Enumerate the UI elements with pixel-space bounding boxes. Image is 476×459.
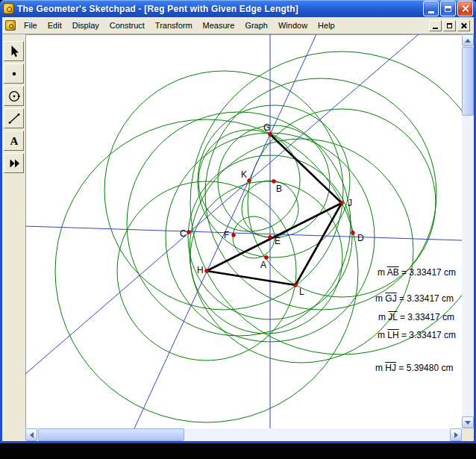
measurements-layer: m AB = 3.33417 cmm GJ = 3.33417 cmm JL =… [25, 34, 462, 428]
measurement-GJ[interactable]: m GJ = 3.33417 cm [375, 293, 454, 304]
mdi-controls [429, 20, 472, 31]
measurement-AB[interactable]: m AB = 3.33417 cm [378, 267, 456, 278]
menu-bar: FileEditDisplayConstructTransformMeasure… [2, 17, 474, 34]
arrow-left-icon [30, 432, 34, 438]
mdi-restore-icon [447, 23, 452, 28]
window-title: The Geometer's Sketchpad - [Reg Pent wit… [17, 4, 420, 14]
measurement-JL[interactable]: m JL = 3.33417 cm [378, 312, 454, 322]
svg-text:A: A [10, 135, 18, 147]
mdi-restore-button[interactable] [443, 20, 456, 31]
scrollbar-corner [462, 428, 474, 441]
title-bar: The Geometer's Sketchpad - [Reg Pent wit… [0, 0, 476, 17]
arrow-up-icon [465, 39, 471, 43]
measurement-LH[interactable]: m LH = 3.33417 cm [378, 330, 456, 340]
menu-item-edit[interactable]: Edit [43, 18, 67, 33]
minimize-button[interactable] [423, 1, 439, 16]
horizontal-scroll-thumb[interactable] [38, 428, 184, 441]
app-window: The Geometer's Sketchpad - [Reg Pent wit… [0, 0, 476, 443]
compass-tool[interactable] [4, 86, 24, 106]
mdi-close-icon [461, 22, 467, 28]
scroll-left-button[interactable] [25, 428, 37, 441]
menu-item-measure[interactable]: Measure [198, 18, 240, 33]
app-icon[interactable] [3, 3, 14, 14]
scroll-right-button[interactable] [450, 428, 462, 441]
minimize-icon [428, 11, 434, 13]
arrow-right-icon [454, 432, 458, 438]
vertical-scrollbar[interactable] [462, 34, 474, 428]
menu-item-display[interactable]: Display [67, 18, 104, 33]
menu-item-transform[interactable]: Transform [150, 18, 198, 33]
sketch-canvas[interactable]: GKBJCFEDHAL m AB = 3.33417 cmm GJ = 3.33… [25, 34, 462, 428]
menu-item-help[interactable]: Help [313, 18, 340, 33]
menu-items: FileEditDisplayConstructTransformMeasure… [19, 18, 340, 33]
mdi-close-button[interactable] [457, 20, 470, 31]
straightedge-tool[interactable] [4, 108, 24, 128]
text-tool[interactable]: A [4, 131, 24, 151]
mdi-minimize-icon [433, 28, 438, 29]
arrow-down-icon [465, 421, 471, 425]
scroll-up-button[interactable] [462, 34, 474, 46]
custom-tool-icon [7, 156, 22, 171]
window-body: FileEditDisplayConstructTransformMeasure… [0, 17, 476, 443]
vertical-scroll-thumb[interactable] [462, 47, 474, 116]
close-button[interactable] [457, 1, 473, 16]
horizontal-scrollbar[interactable] [25, 428, 462, 441]
menu-item-file[interactable]: File [19, 18, 43, 33]
point-icon [7, 66, 22, 81]
close-icon [461, 4, 469, 13]
selection-arrow-tool[interactable] [4, 41, 24, 61]
tool-palette: A [2, 34, 25, 441]
text-icon: A [7, 134, 22, 149]
point-tool[interactable] [4, 63, 24, 84]
document-icon[interactable] [5, 20, 16, 31]
mdi-minimize-button[interactable] [429, 20, 442, 31]
scroll-down-button[interactable] [462, 416, 474, 428]
restore-icon [445, 6, 451, 12]
menu-item-window[interactable]: Window [273, 18, 313, 33]
straightedge-icon [7, 111, 22, 126]
restore-button[interactable] [440, 1, 456, 16]
menu-item-graph[interactable]: Graph [239, 18, 273, 33]
arrow-cursor-icon [7, 44, 22, 59]
custom-tool[interactable] [4, 153, 24, 173]
compass-circle-icon [7, 89, 22, 104]
screen: The Geometer's Sketchpad - [Reg Pent wit… [0, 0, 476, 459]
window-controls [423, 1, 473, 16]
menu-item-construct[interactable]: Construct [104, 18, 150, 33]
measurement-HJ[interactable]: m HJ = 5.39480 cm [375, 363, 453, 373]
